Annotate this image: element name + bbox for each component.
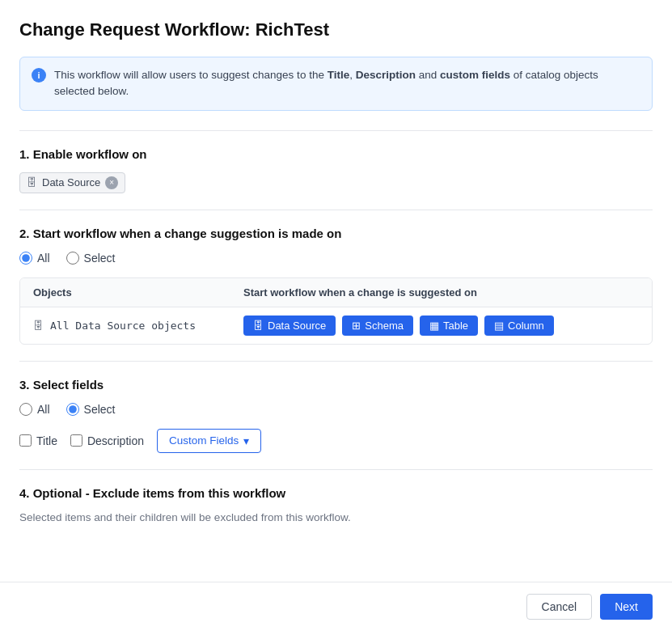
row-label: 🗄 All Data Source objects [33,320,243,332]
chevron-down-icon: ▾ [243,434,249,447]
checkbox-title-text: Title [36,434,57,447]
tag-label: Data Source [42,176,100,188]
section3-title: 3. Select fields [19,378,653,392]
radio-select-text: Select [84,252,116,265]
section-select-fields: 3. Select fields All Select Title Descri… [19,361,653,469]
btn-table[interactable]: ▦ Table [420,316,478,336]
s3-radio-select-text: Select [84,403,116,416]
btn-data-source[interactable]: 🗄 Data Source [243,316,336,336]
btn-column-icon: ▤ [494,320,504,332]
btn-table-label: Table [443,320,468,332]
radio-all-text: All [37,252,50,265]
s3-radio-select-input[interactable] [66,403,79,416]
s3-radio-all-text: All [37,403,50,416]
col-start-workflow: Start workflow when a change is suggeste… [230,278,652,307]
row-buttons: 🗄 Data Source ⊞ Schema ▦ Table ▤ Column [243,316,639,336]
footer: Cancel Next [0,582,672,631]
table-header: Objects Start workflow when a change is … [20,278,652,307]
col-objects: Objects [20,278,230,307]
section-enable-workflow: 1. Enable workflow on 🗄 Data Source × [19,130,653,210]
objects-table: Objects Start workflow when a change is … [19,277,653,345]
radio-all-label[interactable]: All [19,252,50,265]
database-icon: 🗄 [27,176,37,188]
cancel-button[interactable]: Cancel [526,594,593,620]
checkbox-description-text: Description [87,434,144,447]
btn-ds-label: Data Source [268,320,326,332]
info-banner: i This workflow will allow users to sugg… [19,57,653,111]
page-title: Change Request Workflow: RichTest [19,19,653,40]
radio-select-label[interactable]: Select [66,252,116,265]
row-db-icon: 🗄 [33,320,44,332]
section4-description: Selected items and their children will b… [19,511,653,523]
banner-text: This workflow will allow users to sugges… [54,67,640,100]
checkbox-group: Title Description Custom Fields ▾ [19,429,653,453]
next-button[interactable]: Next [600,594,653,620]
radio-all-input[interactable] [19,252,32,265]
section3-radio-group: All Select [19,403,653,416]
row-label-text: All Data Source objects [50,320,196,332]
section-exclude-items: 4. Optional - Exclude items from this wo… [19,469,653,540]
radio-select-input[interactable] [66,252,79,265]
btn-schema-icon: ⊞ [352,320,361,332]
section2-radio-group: All Select [19,252,653,265]
s3-radio-all-input[interactable] [19,403,32,416]
section4-title: 4. Optional - Exclude items from this wo… [19,486,653,500]
section1-title: 1. Enable workflow on [19,147,653,161]
custom-fields-button[interactable]: Custom Fields ▾ [157,429,261,453]
custom-fields-label: Custom Fields [169,434,239,447]
btn-column-label: Column [508,320,544,332]
btn-ds-icon: 🗄 [253,320,264,332]
data-source-tag: 🗄 Data Source × [19,172,125,193]
checkbox-description-input[interactable] [70,434,82,447]
section-start-workflow: 2. Start workflow when a change suggesti… [19,210,653,361]
btn-table-icon: ▦ [429,320,439,332]
info-icon: i [32,68,46,83]
btn-column[interactable]: ▤ Column [484,316,554,336]
btn-schema[interactable]: ⊞ Schema [342,316,413,336]
table-row: 🗄 All Data Source objects 🗄 Data Source … [20,307,652,344]
btn-schema-label: Schema [365,320,404,332]
tag-close-button[interactable]: × [105,176,118,189]
s3-radio-all-label[interactable]: All [19,403,50,416]
s3-radio-select-label[interactable]: Select [66,403,116,416]
checkbox-title-label[interactable]: Title [19,434,57,447]
checkbox-description-label[interactable]: Description [70,434,144,447]
section2-title: 2. Start workflow when a change suggesti… [19,227,653,240]
checkbox-title-input[interactable] [19,434,32,447]
